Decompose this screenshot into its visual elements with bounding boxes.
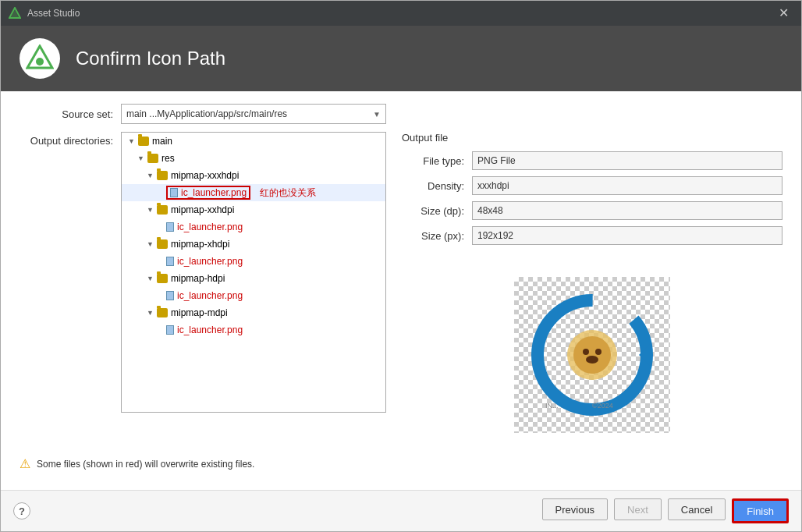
tree-item-ic-launcher-mdpi[interactable]: ic_launcher.png (122, 321, 385, 339)
tree-item-ic-launcher-xxxhdpi[interactable]: ic_launcher.png 红的也没关系 (122, 184, 385, 201)
tree-item-mipmap-xxxhdpi[interactable]: ▼ mipmap-xxxhdpi (122, 167, 385, 184)
size-px-label: Size (px): (402, 230, 472, 242)
file-type-text: PNG File (477, 155, 516, 166)
content-area: Source set: main ...MyApplication/app/sr… (1, 91, 801, 490)
density-text: xxxhdpi (477, 180, 509, 191)
footer-left: ? (13, 502, 30, 520)
chevron-icon: ▼ (147, 275, 154, 282)
size-px-value: 192x192 (472, 226, 782, 245)
file-type-row: File type: PNG File (402, 151, 782, 170)
tree-item-mipmap-hdpi[interactable]: ▼ mipmap-hdpi (122, 270, 385, 287)
density-row: Density: xxxhdpi (402, 176, 782, 195)
tree-label: mipmap-xxhdpi (171, 204, 234, 215)
finish-button[interactable]: Finish (732, 498, 789, 523)
tree-label: ic_launcher.png (177, 290, 243, 301)
tree-item-mipmap-xxhdpi[interactable]: ▼ mipmap-xxhdpi (122, 201, 385, 218)
tree-label: ic_launcher.png (177, 325, 243, 335)
source-set-select[interactable]: main ...MyApplication/app/src/main/res ▼ (121, 104, 386, 124)
svg-point-3 (36, 58, 44, 66)
svg-point-10 (586, 356, 598, 364)
chevron-icon: ▼ (147, 309, 154, 317)
title-bar-left: Asset Studio (9, 7, 80, 20)
footer: ? Previous Next Cancel Finish (1, 490, 801, 531)
tree-label: ic_launcher.png (177, 222, 243, 232)
previous-button[interactable]: Previous (542, 498, 609, 520)
tree-label: main (152, 136, 172, 147)
close-button[interactable]: ✕ (774, 5, 793, 21)
preview-area: IN... ©2024 (402, 259, 782, 450)
folder-icon (157, 308, 168, 317)
title-bar: Asset Studio ✕ (1, 1, 801, 26)
help-button[interactable]: ? (13, 502, 30, 520)
source-set-value: main ...MyApplication/app/src/main/res (126, 108, 287, 119)
tree-item-mipmap-xhdpi[interactable]: ▼ mipmap-xhdpi (122, 236, 385, 253)
png-file-icon (166, 257, 174, 266)
dropdown-arrow-icon: ▼ (373, 110, 381, 119)
annotation-text: 红的也没关系 (260, 186, 316, 200)
size-dp-text: 48x48 (477, 205, 503, 216)
png-file-icon (166, 291, 174, 300)
folder-icon (157, 239, 168, 249)
source-set-row: Source set: main ...MyApplication/app/sr… (20, 104, 782, 124)
app-icon (9, 7, 21, 20)
folder-icon (157, 171, 168, 180)
folder-icon (147, 154, 158, 163)
chevron-icon: ▼ (147, 240, 154, 248)
android-studio-logo (26, 44, 54, 73)
output-dir-label: Output directories: (20, 132, 121, 147)
left-panel: Output directories: ▼ main ▼ res (20, 132, 386, 450)
size-dp-label: Size (dp): (402, 205, 472, 217)
app-title: Asset Studio (27, 8, 80, 19)
folder-icon (157, 274, 168, 283)
icon-preview: IN... ©2024 (530, 293, 655, 417)
folder-icon (138, 137, 149, 146)
chevron-icon: ▼ (137, 154, 145, 162)
size-px-row: Size (px): 192x192 (402, 226, 782, 245)
dialog: Asset Studio ✕ Confirm Icon Path Source … (0, 0, 802, 532)
tree-label: ic_launcher.png (177, 256, 243, 267)
tree-item-mipmap-mdpi[interactable]: ▼ mipmap-mdpi (122, 304, 385, 321)
output-file-section-label: Output file (402, 132, 782, 144)
footer-right: Previous Next Cancel Finish (542, 498, 789, 523)
next-button[interactable]: Next (614, 498, 662, 520)
chevron-icon: ▼ (147, 206, 154, 214)
selected-file-box: ic_launcher.png (166, 186, 250, 200)
tree-item-main[interactable]: ▼ main (122, 133, 385, 150)
png-file-icon (166, 325, 174, 335)
svg-text:©2024: ©2024 (592, 402, 613, 410)
density-label: Density: (402, 180, 472, 192)
png-file-icon (166, 222, 174, 232)
panels-row: Output directories: ▼ main ▼ res (20, 132, 782, 450)
checkerboard-bg: IN... ©2024 (514, 277, 670, 433)
header: Confirm Icon Path (1, 26, 801, 91)
svg-point-7 (573, 336, 611, 374)
directory-tree[interactable]: ▼ main ▼ res ▼ mipmap-xxxhdpi (121, 132, 386, 413)
size-dp-row: Size (dp): 48x48 (402, 201, 782, 220)
tree-label: mipmap-xxxhdpi (171, 170, 239, 181)
warning-bar: ⚠ Some files (shown in red) will overwri… (20, 450, 782, 477)
folder-icon (157, 205, 168, 215)
size-px-text: 192x192 (477, 230, 513, 241)
tree-item-res[interactable]: ▼ res (122, 150, 385, 167)
warning-icon: ⚠ (20, 456, 30, 471)
tree-label: res (161, 153, 175, 164)
warning-text: Some files (shown in red) will overwrite… (37, 459, 254, 470)
svg-point-8 (583, 349, 589, 355)
cancel-button[interactable]: Cancel (668, 498, 726, 520)
logo (20, 38, 60, 79)
size-dp-value: 48x48 (472, 201, 782, 220)
tree-label: mipmap-xhdpi (171, 239, 229, 250)
svg-point-9 (595, 349, 602, 355)
file-type-value: PNG File (472, 151, 782, 170)
source-set-label: Source set: (20, 108, 121, 120)
tree-item-ic-launcher-xhdpi[interactable]: ic_launcher.png (122, 253, 385, 270)
chevron-icon: ▼ (128, 137, 136, 145)
svg-text:IN...: IN... (545, 402, 559, 410)
tree-label: mipmap-hdpi (171, 273, 225, 284)
file-type-label: File type: (402, 155, 472, 167)
page-title: Confirm Icon Path (76, 48, 225, 69)
density-value: xxxhdpi (472, 176, 782, 195)
tree-item-ic-launcher-xxhdpi[interactable]: ic_launcher.png (122, 218, 385, 236)
png-file-icon (170, 188, 178, 197)
tree-item-ic-launcher-hdpi[interactable]: ic_launcher.png (122, 287, 385, 304)
